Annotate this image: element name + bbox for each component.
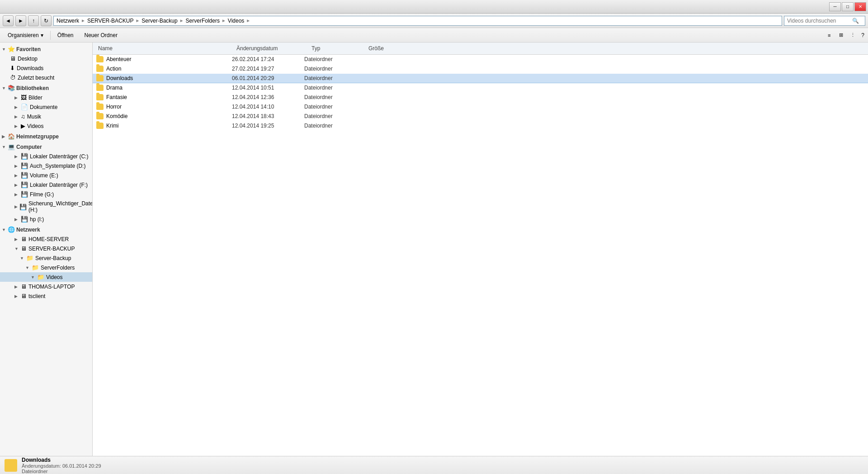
forward-button[interactable]: ► xyxy=(15,15,26,26)
musik-icon: ♫ xyxy=(21,113,25,120)
refresh-button[interactable]: ↻ xyxy=(41,15,52,26)
file-date-horror: 12.04.2014 14:10 xyxy=(232,104,304,110)
organize-dropdown-icon: ▾ xyxy=(41,32,43,38)
help-icon[interactable]: ? xyxy=(861,32,864,38)
file-row-krimi[interactable]: Krimi 12.04.2014 19:25 Dateiordner xyxy=(93,121,868,131)
file-row-drama[interactable]: Drama 12.04.2014 10:51 Dateiordner xyxy=(93,83,868,93)
sidebar-item-filme-g[interactable]: ▶ 💾 Filme (G:) xyxy=(0,190,92,199)
sidebar-item-recently-visited[interactable]: ⏱ Zuletzt besucht xyxy=(0,73,92,82)
path-server-backup2[interactable]: Server-Backup xyxy=(142,18,177,24)
file-type-action: Dateiordner xyxy=(304,66,359,72)
back-button[interactable]: ◄ xyxy=(3,15,14,26)
col-header-date[interactable]: Änderungsdatum xyxy=(235,44,307,52)
content-area: Name Änderungsdatum Typ Größe Abenteuer … xyxy=(93,43,868,460)
sidebar-item-server-backup2[interactable]: ▼ 📁 Server-Backup xyxy=(0,253,92,263)
expand-network-icon: ▼ xyxy=(2,228,6,232)
sidebar-group-libraries: ▼ 📚 Bibliotheken ▶ 🖼 Bilder ▶ 📄 Dokument… xyxy=(0,83,92,131)
sidebar-item-local-f[interactable]: ▶ 💾 Lokaler Datenträger (F:) xyxy=(0,180,92,190)
folder-icon-fantasie xyxy=(96,94,104,100)
view-details-button[interactable]: ⋮ xyxy=(848,30,858,40)
toolbar: Organisieren ▾ Öffnen Neuer Ordner ≡ ⊞ ⋮… xyxy=(0,28,868,43)
sidebar-item-sicherung-h[interactable]: ▶ 💾 Sicherung_Wichtiger_Daten (H:) xyxy=(0,199,92,214)
search-box[interactable]: 🔍 xyxy=(784,16,865,26)
sidebar-item-bilder[interactable]: ▶ 🖼 Bilder xyxy=(0,93,92,102)
new-folder-button[interactable]: Neuer Ordner xyxy=(80,29,122,41)
videos-icon: ▶ xyxy=(21,123,25,129)
sidebar-item-home-server[interactable]: ▶ 🖥 HOME-SERVER xyxy=(0,234,92,244)
bilder-icon: 🖼 xyxy=(21,94,27,101)
file-row-komoedie[interactable]: Komödie 12.04.2014 18:43 Dateiordner xyxy=(93,112,868,121)
sidebar-item-server-backup[interactable]: ▼ 🖥 SERVER-BACKUP xyxy=(0,244,92,253)
path-server-folders[interactable]: ServerFolders xyxy=(186,18,220,24)
file-label-komoedie: Komödie xyxy=(106,113,127,119)
sidebar-group-header-homegroup[interactable]: ▶ 🏠 Heimnetzgruppe xyxy=(0,132,92,141)
file-type-krimi: Dateiordner xyxy=(304,123,359,129)
hp-i-icon: 💾 xyxy=(21,216,28,223)
file-row-abenteuer[interactable]: Abenteuer 26.02.2014 17:24 Dateiordner xyxy=(93,55,868,64)
col-header-name[interactable]: Name xyxy=(96,44,232,52)
file-name-action: Action xyxy=(96,66,232,72)
sidebar-item-dokumente[interactable]: ▶ 📄 Dokumente xyxy=(0,102,92,112)
path-videos[interactable]: Videos xyxy=(228,18,244,24)
sidebar-item-hp-i[interactable]: ▶ 💾 hp (I:) xyxy=(0,214,92,224)
folder-icon-drama xyxy=(96,85,104,91)
server-backup-icon: 🖥 xyxy=(21,245,27,252)
file-date-downloads: 06.01.2014 20:29 xyxy=(232,75,304,81)
local-f-icon: 💾 xyxy=(21,181,28,188)
file-type-komoedie: Dateiordner xyxy=(304,113,359,119)
sidebar-group-header-favorites[interactable]: ▼ ⭐ Favoriten xyxy=(0,44,92,54)
home-server-icon: 🖥 xyxy=(21,236,27,242)
file-label-drama: Drama xyxy=(106,85,123,91)
folder-icon-komoedie xyxy=(96,113,104,119)
file-label-krimi: Krimi xyxy=(106,123,118,129)
sidebar-group-header-computer[interactable]: ▼ 💻 Computer xyxy=(0,142,92,152)
address-path[interactable]: Netzwerk ► SERVER-BACKUP ► Server-Backup… xyxy=(53,16,782,26)
up-button[interactable]: ↑ xyxy=(28,15,39,26)
auch-d-icon: 💾 xyxy=(21,162,28,169)
sidebar-item-tsclient[interactable]: ▶ 🖥 tsclient xyxy=(0,291,92,301)
organize-label: Organisieren xyxy=(8,32,39,38)
expand-bilder-icon: ▶ xyxy=(14,95,19,100)
sidebar-item-musik[interactable]: ▶ ♫ Musik xyxy=(0,112,92,121)
file-label-fantasie: Fantasie xyxy=(106,94,127,100)
sidebar-item-downloads[interactable]: ⬇ Downloads xyxy=(0,63,92,73)
file-type-abenteuer: Dateiordner xyxy=(304,56,359,62)
file-label-downloads: Downloads xyxy=(106,75,133,81)
status-bar: Downloads Änderungsdatum: 06.01.2014 20:… xyxy=(0,456,868,474)
local-c-icon: 💾 xyxy=(21,153,28,160)
search-input[interactable] xyxy=(787,18,850,24)
sidebar-item-local-c[interactable]: ▶ 💾 Lokaler Datenträger (C:) xyxy=(0,152,92,161)
sidebar-group-header-libraries[interactable]: ▼ 📚 Bibliotheken xyxy=(0,83,92,93)
sidebar-item-server-folders[interactable]: ▼ 📁 ServerFolders xyxy=(0,263,92,272)
folder-icon-horror xyxy=(96,104,104,110)
file-date-fantasie: 12.04.2014 12:36 xyxy=(232,94,304,100)
view-list-button[interactable]: ≡ xyxy=(824,30,834,40)
sidebar-item-auch-d[interactable]: ▶ 💾 Auch_Systemplate (D:) xyxy=(0,161,92,171)
sidebar-item-thomas-laptop[interactable]: ▶ 🖥 THOMAS-LAPTOP xyxy=(0,282,92,291)
sidebar-item-videos[interactable]: ▶ ▶ Videos xyxy=(0,121,92,131)
expand-videos-icon: ▶ xyxy=(14,124,19,128)
expand-computer-icon: ▼ xyxy=(2,145,6,149)
sidebar-item-videos-active[interactable]: ▼ 📁 Videos xyxy=(0,272,92,282)
desktop-icon: 🖥 xyxy=(10,55,16,62)
open-button[interactable]: Öffnen xyxy=(53,29,78,41)
sidebar-item-desktop[interactable]: 🖥 Desktop xyxy=(0,54,92,63)
view-grid-button[interactable]: ⊞ xyxy=(836,30,846,40)
file-row-downloads[interactable]: Downloads 06.01.2014 20:29 Dateiordner xyxy=(93,74,868,83)
path-network[interactable]: Netzwerk xyxy=(57,18,79,24)
downloads-icon: ⬇ xyxy=(10,65,15,71)
file-row-action[interactable]: Action 27.02.2014 19:27 Dateiordner xyxy=(93,64,868,74)
organize-button[interactable]: Organisieren ▾ xyxy=(4,29,47,41)
file-name-abenteuer: Abenteuer xyxy=(96,56,232,62)
minimize-button[interactable]: ─ xyxy=(829,2,841,11)
path-server-backup[interactable]: SERVER-BACKUP xyxy=(87,18,133,24)
status-type: Dateiordner xyxy=(22,469,101,474)
col-header-size[interactable]: Größe xyxy=(367,44,412,52)
file-row-fantasie[interactable]: Fantasie 12.04.2014 12:36 Dateiordner xyxy=(93,93,868,102)
sidebar-item-volume-e[interactable]: ▶ 💾 Volume (E:) xyxy=(0,171,92,180)
sidebar-group-header-network[interactable]: ▼ 🌐 Netzwerk xyxy=(0,225,92,234)
file-row-horror[interactable]: Horror 12.04.2014 14:10 Dateiordner xyxy=(93,102,868,112)
col-header-type[interactable]: Typ xyxy=(310,44,364,52)
maximize-button[interactable]: □ xyxy=(842,2,854,11)
close-button[interactable]: ✕ xyxy=(854,2,866,11)
